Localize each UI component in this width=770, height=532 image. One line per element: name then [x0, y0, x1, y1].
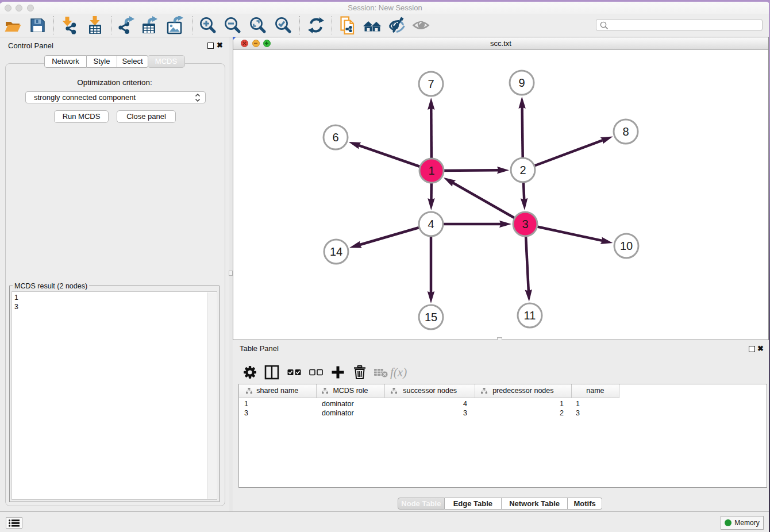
svg-text:9: 9: [518, 76, 525, 89]
svg-text:11: 11: [524, 309, 536, 322]
svg-text:4: 4: [428, 218, 434, 230]
svg-text:3: 3: [522, 218, 528, 230]
svg-text:10: 10: [620, 240, 633, 252]
svg-text:7: 7: [428, 78, 434, 90]
svg-text:15: 15: [425, 311, 437, 323]
svg-text:6: 6: [332, 131, 338, 144]
svg-text:1: 1: [428, 164, 434, 177]
svg-text:14: 14: [330, 245, 342, 258]
svg-text:8: 8: [622, 125, 629, 138]
svg-text:2: 2: [519, 164, 526, 176]
